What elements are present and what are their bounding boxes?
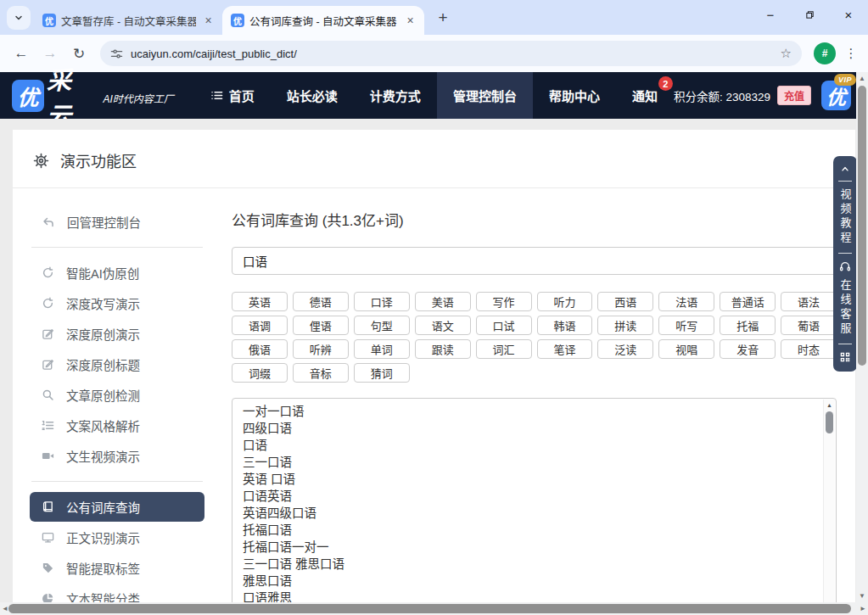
dict-tag-button[interactable]: 词缀	[232, 363, 288, 383]
dict-tag-button[interactable]: 语调	[232, 316, 288, 335]
dict-tag-button[interactable]: 俄语	[232, 339, 288, 359]
dict-tag-button[interactable]: 托福	[720, 316, 776, 335]
dict-search-input[interactable]	[232, 247, 837, 275]
horizontal-scrollbar[interactable]: ◄ ►	[0, 602, 868, 615]
address-bar[interactable]: ucaiyun.com/caiji/test_public_dict/ ☆	[100, 41, 802, 66]
nav-item-help-center[interactable]: 帮助中心	[533, 72, 616, 119]
dict-tag-button[interactable]: 美语	[415, 292, 471, 311]
user-avatar[interactable]: 优 VIP	[821, 81, 851, 110]
refresh-icon	[42, 266, 54, 279]
dict-tag-button[interactable]: 视唱	[658, 339, 714, 359]
dict-tag-button[interactable]: 口译	[354, 292, 410, 311]
demo-sidebar: 回管理控制台 智能AI伪原创 深度改写演示 深度原创演示 深度原创标题	[13, 188, 218, 615]
results-scrollbar-thumb[interactable]	[826, 411, 833, 433]
dict-tag-button[interactable]: 句型	[354, 316, 410, 335]
sidebar-item-public-dict-active[interactable]: 公有词库查询	[30, 492, 204, 522]
dict-tag-button[interactable]: 听力	[537, 292, 593, 311]
nav-item-notifications[interactable]: 通知 2	[616, 72, 674, 119]
dict-results-box[interactable]: 一对一口语四级口语口语三一口语英语 口语口语英语英语四级口语托福口语托福口语一对…	[232, 398, 837, 612]
nav-item-must-read[interactable]: 站长必读	[271, 72, 354, 119]
dict-tag-button[interactable]: 泛读	[597, 339, 653, 359]
scroll-down-icon[interactable]: ▼	[856, 592, 868, 600]
bookmark-star-icon[interactable]: ☆	[781, 46, 792, 61]
tab-search-button[interactable]	[7, 6, 31, 30]
online-service-button[interactable]: 在线客服	[840, 279, 851, 337]
minimize-button[interactable]: −	[751, 0, 790, 29]
nav-item-label: 首页	[229, 87, 255, 104]
dict-tag-button[interactable]: 德语	[293, 292, 349, 311]
dict-result-line: 口语	[243, 437, 814, 454]
dict-tag-button[interactable]: 时态	[781, 339, 837, 359]
scroll-left-icon[interactable]: ◄	[2, 605, 8, 612]
dict-tag-button[interactable]: 跟读	[415, 339, 471, 359]
browser-tab-2-active[interactable]: 优 公有词库查询 - 自动文章采集器 ×	[222, 6, 424, 35]
horizontal-scrollbar-thumb[interactable]	[8, 604, 851, 613]
sidebar-item-deep-original-title[interactable]: 深度原创标题	[30, 349, 204, 379]
sidebar-item-back-to-console[interactable]: 回管理控制台	[30, 207, 204, 237]
page-title: 演示功能区	[60, 149, 137, 171]
dict-tag-button[interactable]: 单词	[354, 339, 410, 359]
dict-tag-button[interactable]: 音标	[293, 363, 349, 383]
sidebar-item-ai-rewrite[interactable]: 智能AI伪原创	[30, 258, 204, 288]
scroll-up-icon[interactable]: ▲	[856, 72, 868, 82]
dict-tag-button[interactable]: 葡语	[781, 316, 837, 335]
dict-tag-button[interactable]: 西语	[597, 292, 653, 311]
video-tutorial-button[interactable]: 视频教程	[840, 188, 851, 246]
results-scrollbar[interactable]: ▲	[823, 400, 835, 610]
tab-close-icon[interactable]: ×	[403, 14, 417, 28]
new-tab-button[interactable]: +	[431, 6, 455, 30]
nav-item-home[interactable]: 首页	[194, 72, 271, 119]
dict-tag-button[interactable]: 语文	[415, 316, 471, 335]
panel-divider	[838, 344, 852, 344]
browser-menu-icon[interactable]: ⋮	[843, 46, 860, 61]
profile-avatar[interactable]: #	[814, 42, 836, 64]
nav-item-label: 站长必读	[287, 87, 338, 104]
edit-icon	[42, 358, 54, 371]
dict-tag-button[interactable]: 笔译	[537, 339, 593, 359]
sidebar-item-label: 公有词库查询	[66, 498, 140, 516]
sidebar-item-originality-check[interactable]: 文章原创检测	[30, 380, 204, 410]
sidebar-divider	[31, 247, 203, 248]
vertical-scrollbar-thumb[interactable]	[858, 86, 866, 366]
scroll-up-icon[interactable]: ▲	[824, 400, 835, 408]
scroll-right-icon[interactable]: ►	[860, 605, 866, 612]
dict-tag-button[interactable]: 法语	[658, 292, 714, 311]
dict-tag-button[interactable]: 俚语	[293, 316, 349, 335]
dict-tag-button[interactable]: 拼读	[597, 316, 653, 335]
sidebar-item-style-analysis[interactable]: 文案风格解析	[30, 411, 204, 440]
nav-item-admin-console[interactable]: 管理控制台	[437, 72, 533, 119]
dict-tag-button[interactable]: 普通话	[720, 292, 776, 311]
dict-result-line: 三一口语	[243, 454, 814, 471]
restore-button[interactable]	[790, 0, 829, 29]
sidebar-item-body-recognition[interactable]: 正文识别演示	[30, 523, 204, 552]
dict-tag-button[interactable]: 发音	[720, 339, 776, 359]
dict-tag-button[interactable]: 猜词	[354, 363, 410, 383]
chevron-up-icon[interactable]	[839, 164, 851, 174]
recharge-button[interactable]: 充值	[777, 86, 811, 105]
qr-code-icon[interactable]	[839, 351, 851, 363]
site-logo-badge[interactable]: 优	[12, 80, 44, 112]
sidebar-item-deep-original[interactable]: 深度原创演示	[30, 319, 204, 349]
url-text[interactable]: ucaiyun.com/caiji/test_public_dict/	[131, 48, 773, 60]
dict-tag-button[interactable]: 语法	[781, 292, 837, 311]
tab-close-icon[interactable]: ×	[201, 14, 216, 28]
vertical-scrollbar[interactable]: ▲ ▼	[856, 72, 868, 602]
headset-icon[interactable]	[839, 260, 851, 272]
dict-tag-button[interactable]: 英语	[232, 292, 288, 311]
sidebar-item-text-to-video[interactable]: 文生视频演示	[30, 441, 204, 471]
dict-main: 公有词库查询 (共1.3亿+词) 英语德语口译美语写作听力西语法语普通话语法语调…	[218, 188, 855, 615]
site-info-icon[interactable]	[110, 48, 123, 60]
dict-tag-button[interactable]: 韩语	[537, 316, 593, 335]
dict-tag-button[interactable]: 写作	[476, 292, 532, 311]
sidebar-item-deep-rewrite[interactable]: 深度改写演示	[30, 288, 204, 318]
sidebar-item-extract-tags[interactable]: 智能提取标签	[30, 553, 204, 583]
close-window-button[interactable]: ×	[829, 0, 868, 29]
list-icon	[210, 89, 223, 102]
browser-tab-1[interactable]: 优 文章暂存库 - 自动文章采集器-优 ×	[34, 6, 222, 35]
dict-tag-button[interactable]: 词汇	[476, 339, 532, 359]
dict-tag-button[interactable]: 口试	[476, 316, 532, 335]
dict-tag-button[interactable]: 听辨	[293, 339, 349, 359]
dict-tag-button[interactable]: 听写	[658, 316, 714, 335]
back-button[interactable]: ←	[8, 41, 34, 66]
nav-item-pricing[interactable]: 计费方式	[354, 72, 437, 119]
